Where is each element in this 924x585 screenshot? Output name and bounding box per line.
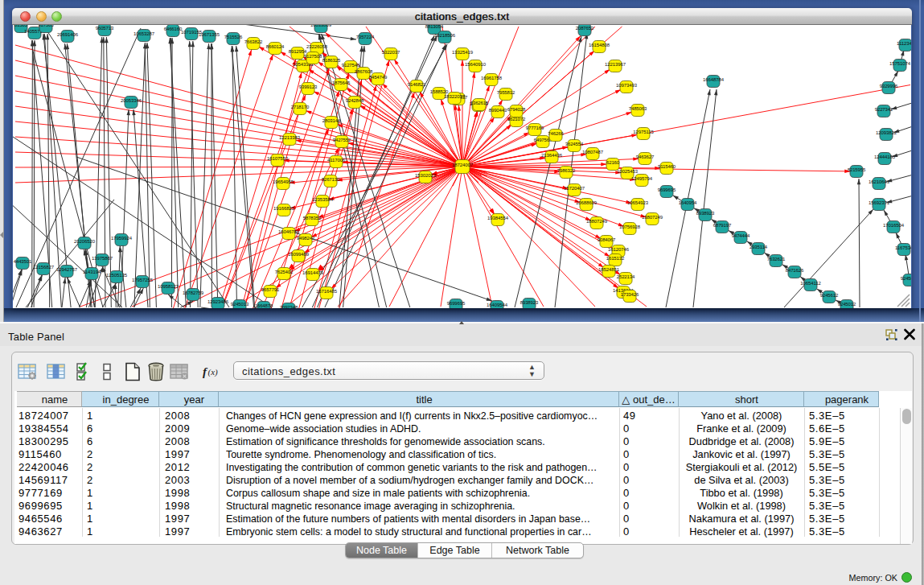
svg-text:9245013: 9245013 (231, 302, 249, 307)
svg-text:13495794: 13495794 (631, 176, 653, 181)
svg-text:9245012: 9245012 (901, 276, 911, 281)
svg-text:16409544: 16409544 (487, 303, 508, 307)
svg-text:13325419: 13325419 (452, 50, 474, 55)
svg-text:18807249: 18807249 (586, 219, 608, 224)
svg-text:81505: 81505 (14, 25, 28, 27)
svg-text:2522134: 2522134 (617, 274, 635, 279)
svg-text:16961758: 16961758 (481, 76, 503, 80)
svg-text:(x): (x) (208, 367, 219, 377)
svg-text:12213383: 12213383 (279, 135, 301, 140)
svg-text:7663822: 7663822 (244, 39, 263, 44)
svg-text:16107553: 16107553 (267, 156, 289, 161)
svg-text:9245612: 9245612 (820, 293, 839, 298)
svg-text:8186325: 8186325 (322, 58, 341, 63)
svg-text:15302023: 15302023 (415, 173, 437, 178)
svg-text:9474444: 9474444 (732, 233, 750, 238)
svg-text:9777169: 9777169 (526, 126, 544, 130)
svg-text:2935114: 2935114 (749, 245, 768, 249)
svg-text:8215955: 8215955 (848, 167, 866, 172)
svg-text:9146821: 9146821 (408, 82, 426, 87)
svg-text:9329996: 9329996 (880, 84, 898, 89)
svg-text:12213967: 12213967 (605, 62, 626, 67)
svg-text:9699695: 9699695 (447, 301, 466, 306)
svg-text:17959924: 17959924 (111, 236, 133, 241)
svg-text:8454749: 8454749 (369, 75, 388, 80)
svg-text:9699695: 9699695 (658, 187, 676, 192)
svg-text:1640954: 1640954 (679, 200, 697, 205)
svg-text:10688609: 10688609 (576, 200, 598, 205)
svg-text:10653287: 10653287 (133, 31, 155, 36)
svg-text:8267130: 8267130 (322, 177, 340, 182)
svg-text:17016504: 17016504 (883, 223, 905, 228)
svg-text:20053346: 20053346 (121, 98, 142, 103)
svg-text:15716485: 15716485 (316, 289, 338, 294)
svg-text:6466160: 6466160 (164, 27, 183, 31)
svg-text:21364436: 21364436 (541, 153, 563, 158)
svg-text:18524851: 18524851 (598, 267, 620, 272)
svg-text:16648784: 16648784 (703, 77, 725, 82)
svg-text:9498242: 9498242 (297, 236, 315, 241)
svg-text:16033809: 16033809 (310, 25, 332, 27)
svg-text:8938923: 8938923 (696, 211, 715, 216)
svg-text:7632621: 7632621 (767, 257, 786, 262)
svg-text:8938923: 8938923 (520, 300, 539, 305)
svg-text:9657791: 9657791 (261, 287, 280, 292)
svg-text:7485063: 7485063 (629, 106, 647, 111)
svg-text:19218506: 19218506 (434, 33, 456, 38)
svg-text:9127546: 9127546 (342, 63, 360, 68)
svg-text:23226058: 23226058 (306, 44, 328, 49)
svg-text:13807249: 13807249 (642, 215, 663, 220)
svg-text:9427552: 9427552 (333, 138, 351, 142)
svg-text:9605713: 9605713 (96, 26, 114, 31)
svg-text:15720407: 15720407 (564, 186, 585, 191)
svg-text:2092348: 2092348 (280, 305, 298, 309)
svg-text:10756928: 10756928 (619, 225, 641, 229)
svg-text:2718170: 2718170 (291, 105, 310, 109)
svg-text:10671355: 10671355 (199, 32, 220, 37)
svg-text:12156827: 12156827 (33, 265, 55, 270)
svg-text:19166825: 19166825 (273, 206, 295, 211)
svg-text:6879197: 6879197 (713, 223, 732, 228)
svg-text:6794028: 6794028 (507, 107, 526, 112)
svg-text:16782759: 16782759 (183, 290, 204, 295)
svg-text:16120746: 16120746 (608, 247, 630, 252)
svg-text:9242848: 9242848 (346, 98, 364, 103)
svg-text:15640910: 15640910 (465, 62, 487, 67)
svg-text:9127508: 9127508 (304, 54, 322, 59)
svg-text:16154808: 16154808 (589, 43, 610, 47)
svg-text:4443501: 4443501 (14, 259, 32, 264)
svg-text:10025453: 10025453 (617, 169, 639, 174)
svg-text:2803144: 2803144 (322, 118, 341, 123)
svg-text:62160: 62160 (606, 160, 620, 165)
svg-text:12923486: 12923486 (207, 299, 229, 304)
svg-text:12505135: 12505135 (106, 273, 128, 278)
svg-text:2867608: 2867608 (355, 69, 373, 74)
svg-text:12942757: 12942757 (56, 267, 78, 272)
svg-text:10958127: 10958127 (158, 284, 179, 289)
svg-text:7955812: 7955812 (497, 90, 515, 95)
svg-text:1143194: 1143194 (83, 270, 101, 274)
svg-text:10654112: 10654112 (800, 281, 821, 286)
svg-text:9399123: 9399123 (299, 84, 318, 89)
svg-text:12975115: 12975115 (633, 130, 654, 134)
svg-text:9084067: 9084067 (598, 237, 616, 242)
svg-text:12353584: 12353584 (312, 197, 334, 202)
svg-text:7986322: 7986322 (557, 168, 576, 173)
svg-text:8471626: 8471626 (786, 268, 804, 273)
svg-text:10807487: 10807487 (582, 150, 604, 154)
svg-text:10654923: 10654923 (627, 200, 649, 205)
svg-text:2087652: 2087652 (576, 26, 594, 31)
svg-text:9227342: 9227342 (875, 107, 893, 112)
svg-text:20206520: 20206520 (74, 239, 96, 244)
svg-text:4117006: 4117006 (327, 158, 346, 163)
svg-text:7515526: 7515526 (224, 35, 243, 39)
svg-text:12093822: 12093822 (876, 130, 897, 135)
svg-text:7357224: 7357224 (356, 35, 375, 39)
svg-text:1615132: 1615132 (606, 256, 625, 261)
svg-text:18724007: 18724007 (452, 163, 474, 167)
svg-text:13975867: 13975867 (92, 256, 113, 261)
svg-text:917505: 917505 (38, 25, 54, 27)
svg-text:1112345: 1112345 (897, 41, 911, 46)
svg-text:8990443: 8990443 (489, 108, 507, 113)
svg-text:9115460: 9115460 (658, 164, 676, 169)
